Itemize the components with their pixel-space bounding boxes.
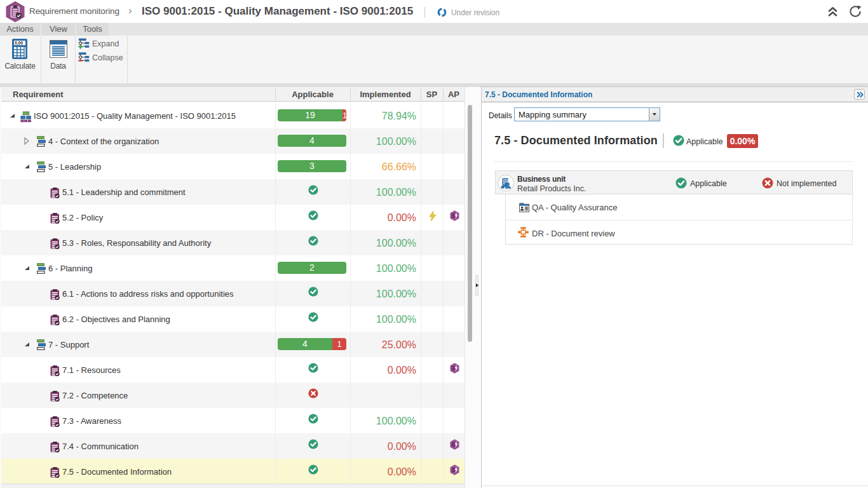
svg-text:0,00: 0,00 <box>15 41 23 46</box>
